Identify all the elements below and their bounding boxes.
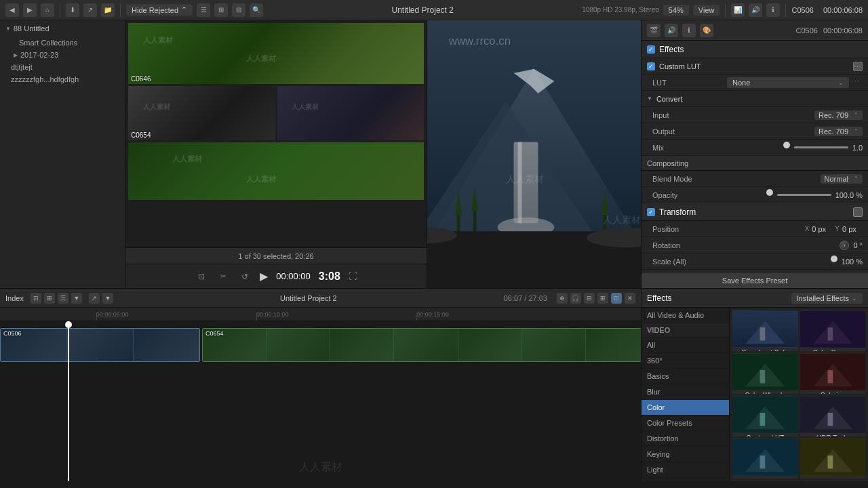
cat-360[interactable]: 360° <box>642 353 729 369</box>
custom-lut-checkbox[interactable]: ✓ <box>647 62 655 70</box>
timeline-clip-c0506[interactable]: C0506 <box>0 328 200 362</box>
timeline-opts1[interactable]: ⊞ <box>597 293 608 304</box>
input-dropdown[interactable]: Rec. 709 ⌃ <box>814 110 863 120</box>
timeline-btn1[interactable]: ⊡ <box>31 293 41 304</box>
library-btn[interactable]: 📁 <box>101 3 115 17</box>
timeline-tracks[interactable]: C0506 C0654 人人素材 <box>0 321 641 481</box>
effect-thumb8[interactable] <box>800 439 866 479</box>
waveform-btn[interactable]: 📊 <box>731 3 745 17</box>
effect-color-curves-name: Color Curves <box>800 348 866 351</box>
effect-color-wheels[interactable]: Color Wheels <box>732 353 798 394</box>
forward-btn[interactable]: ▶ <box>23 3 37 17</box>
fullscreen-btn[interactable]: ⛶ <box>349 271 357 281</box>
cat-keying[interactable]: Keying <box>642 447 729 462</box>
timeline-opts2[interactable]: ⊡ <box>611 293 622 304</box>
inspector-tab-info[interactable]: ℹ <box>682 24 696 37</box>
mix-slider-thumb[interactable] <box>783 142 790 148</box>
clip-c0654[interactable]: 人人素材 C0654 <box>128 86 275 140</box>
sidebar-folder2[interactable]: zzzzzzfgh...hdfgdfgh <box>0 73 125 85</box>
inspector-tab-audio[interactable]: 🔊 <box>665 24 678 37</box>
timeline-close[interactable]: ✕ <box>625 293 635 304</box>
roles-btn[interactable]: ⊟ <box>584 293 595 304</box>
scale-slider-thumb[interactable] <box>831 256 837 262</box>
thumb7-preview-svg <box>732 439 798 476</box>
share-btn[interactable]: ↗ <box>83 3 97 17</box>
clip-c0646[interactable]: 人人素材 人人素材 C0646 <box>128 23 424 84</box>
filmstrip-btn[interactable]: ⊟ <box>232 3 245 17</box>
effect-broadcast-safe-name: Broadcast Safe <box>732 348 798 351</box>
sidebar-smart-collections[interactable]: Smart Collections <box>0 37 125 49</box>
timeline-btn4[interactable]: ▼ <box>71 293 82 304</box>
clip-dark1[interactable]: 人人素材 <box>277 86 425 140</box>
mix-slider[interactable] <box>794 146 848 148</box>
view-btn[interactable]: View <box>693 5 720 16</box>
blend-mode-dropdown[interactable]: Normal ⌃ <box>821 174 863 184</box>
custom-lut-header[interactable]: ✓ Custom LUT ⋯ <box>642 58 868 75</box>
audio-btn[interactable]: 🔊 <box>749 3 762 17</box>
effects-checkbox[interactable]: ✓ <box>647 45 655 54</box>
timeline-btn3[interactable]: ☰ <box>58 293 68 304</box>
transform-header[interactable]: ✓ Transform <box>642 203 868 221</box>
timeline-btn2[interactable]: ⊞ <box>44 293 55 304</box>
loop-btn[interactable]: ↺ <box>238 270 252 283</box>
grid-view-btn[interactable]: ⊞ <box>214 3 228 17</box>
save-preset-btn[interactable]: Save Effects Preset <box>642 272 868 288</box>
clip-btn[interactable]: ✂ <box>216 270 230 283</box>
magnetic-btn[interactable]: ⊕ <box>557 293 568 304</box>
timeline-clip-c0654[interactable]: C0654 <box>202 328 641 362</box>
opacity-slider-thumb[interactable] <box>766 189 773 196</box>
effect-thumb7[interactable] <box>732 439 798 479</box>
cat-all[interactable]: All <box>642 338 729 353</box>
hide-rejected-btn[interactable]: Hide Rejected ⌃ <box>126 4 193 16</box>
cat-color[interactable]: Color <box>642 400 729 415</box>
convert-header[interactable]: ▼ Convert <box>642 91 868 107</box>
import-btn[interactable]: ⬇ <box>66 3 79 17</box>
cat-blur[interactable]: Blur <box>642 384 729 400</box>
search-btn[interactable]: 🔍 <box>250 3 263 17</box>
cat-light[interactable]: Light <box>642 462 729 478</box>
clip-c0654-label: C0654 <box>205 330 224 337</box>
transform-expand[interactable] <box>853 207 863 217</box>
info-btn[interactable]: ℹ <box>766 3 780 17</box>
compositing-header[interactable]: Compositing <box>642 156 868 171</box>
playhead[interactable] <box>68 321 69 481</box>
timeline-tab-index[interactable]: Index <box>5 294 24 302</box>
cat-basics[interactable]: Basics <box>642 369 729 384</box>
inspector-tab-color[interactable]: 🎨 <box>700 24 713 37</box>
cat-color-presets[interactable]: Color Presets <box>642 415 729 431</box>
installed-effects-btn[interactable]: Installed Effects ⌄ <box>791 293 863 304</box>
list-view-btn[interactable]: ☰ <box>197 3 210 17</box>
back-btn[interactable]: ◀ <box>5 3 19 17</box>
scale-control: 100 % <box>831 258 863 266</box>
cat-looks[interactable]: Looks <box>642 478 729 481</box>
effect-broadcast-safe[interactable]: Broadcast Safe <box>732 310 798 351</box>
fit-btn[interactable]: ⊡ <box>195 270 208 283</box>
custom-lut-expand[interactable]: ⋯ <box>853 62 863 71</box>
effects-header[interactable]: ✓ Effects <box>642 41 868 58</box>
sidebar-folder1[interactable]: dtjtjtejt <box>0 61 125 73</box>
lut-options-btn[interactable]: ⋯ <box>852 77 863 88</box>
headphone-btn[interactable]: 🎧 <box>570 293 581 304</box>
folder1-label: dtjtjtejt <box>11 63 33 71</box>
arrow-tool[interactable]: ↗ <box>89 293 100 304</box>
clip-green1[interactable]: 人人素材 人人素材 <box>128 142 424 200</box>
cat-distortion[interactable]: Distortion <box>642 431 729 447</box>
effect-colorize[interactable]: Colorize <box>800 353 866 394</box>
mix-value: 1.0 <box>852 144 863 152</box>
sidebar-date[interactable]: ▶ 2017-02-23 <box>0 49 125 61</box>
play-btn[interactable]: ▶ <box>260 270 268 283</box>
effect-custom-lut[interactable]: Custom LUT <box>732 396 798 436</box>
home-btn[interactable]: ⌂ <box>41 3 54 17</box>
cat-all-video-audio[interactable]: All Video & Audio <box>642 308 729 323</box>
effect-hdr-tools[interactable]: HDR Tools <box>800 396 866 436</box>
sidebar-untitled[interactable]: ▼ 88 Untitled <box>0 20 125 37</box>
rotation-knob[interactable]: · <box>840 241 849 250</box>
more-tool[interactable]: ▼ <box>102 293 113 304</box>
transform-checkbox[interactable]: ✓ <box>647 208 655 216</box>
zoom-control[interactable]: 54% <box>663 5 689 16</box>
output-dropdown[interactable]: Rec. 709 ⌃ <box>814 127 863 136</box>
opacity-slider[interactable] <box>777 194 831 196</box>
effect-color-curves[interactable]: Color Curves <box>800 310 866 351</box>
lut-dropdown[interactable]: None ⌄ <box>727 77 849 88</box>
inspector-tab-video[interactable]: 🎬 <box>647 24 660 37</box>
